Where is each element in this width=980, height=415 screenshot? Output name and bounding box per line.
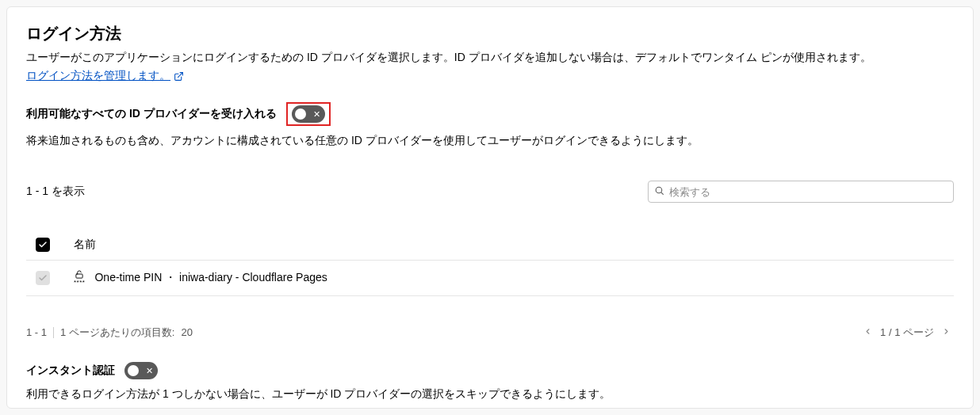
svg-line-0 bbox=[178, 72, 182, 77]
external-link-icon bbox=[174, 71, 184, 82]
listing-count: 1 - 1 を表示 bbox=[26, 185, 85, 199]
section-description: ユーザーがこのアプリケーションにログインするための ID プロバイダを選択します… bbox=[26, 49, 954, 66]
table-header: 名前 bbox=[26, 230, 954, 261]
section-title: ログイン方法 bbox=[26, 23, 954, 44]
accept-all-providers-description: 将来追加されるものも含め、アカウントに構成されている任意の ID プロバイダーを… bbox=[26, 132, 954, 149]
close-icon: ✕ bbox=[146, 367, 153, 375]
row-checkbox[interactable] bbox=[36, 271, 50, 285]
manage-login-methods-link[interactable]: ログイン方法を管理します。 bbox=[26, 69, 184, 83]
instant-auth-toggle[interactable]: ✕ bbox=[124, 362, 158, 379]
next-page-button[interactable] bbox=[939, 325, 954, 340]
per-page-label: 1 ページあたりの項目数: bbox=[60, 326, 174, 340]
accept-all-providers-toggle[interactable]: ✕ bbox=[292, 105, 325, 123]
pager-range: 1 - 1 bbox=[26, 326, 47, 338]
accept-all-providers-label: 利用可能なすべての ID プロバイダーを受け入れる bbox=[26, 107, 277, 121]
svg-rect-3 bbox=[76, 274, 82, 278]
close-icon: ✕ bbox=[313, 110, 320, 119]
pin-icon: **** bbox=[74, 270, 85, 286]
prev-page-button[interactable] bbox=[860, 325, 875, 340]
instant-auth-description: 利用できるログイン方法が 1 つしかない場合に、ユーザーが ID プロバイダーの… bbox=[26, 386, 954, 402]
row-name: One-time PIN ・ iniwa-diary - Cloudflare … bbox=[94, 271, 327, 285]
instant-auth-label: インスタント認証 bbox=[26, 364, 115, 378]
search-input[interactable] bbox=[648, 181, 954, 203]
select-all-checkbox[interactable] bbox=[36, 238, 50, 252]
manage-login-methods-link-text: ログイン方法を管理します。 bbox=[26, 69, 170, 83]
divider bbox=[53, 327, 54, 338]
column-header-name: 名前 bbox=[74, 238, 96, 252]
table-row: **** One-time PIN ・ iniwa-diary - Cloudf… bbox=[26, 261, 954, 296]
per-page-value[interactable]: 20 bbox=[181, 326, 192, 338]
highlight-annotation: ✕ bbox=[286, 102, 331, 126]
page-indicator: 1 / 1 ページ bbox=[880, 326, 934, 340]
